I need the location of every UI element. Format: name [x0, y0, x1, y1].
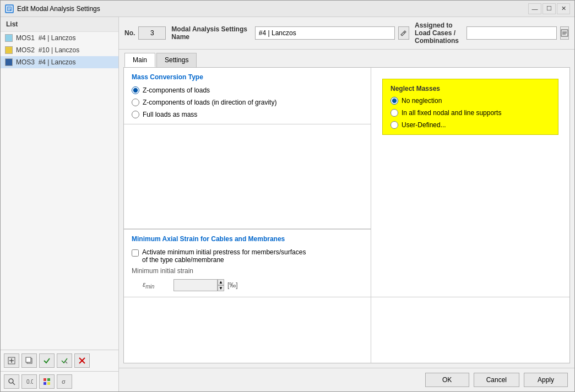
- strain-label: Minimum initial strain: [132, 267, 363, 275]
- cross-check-button[interactable]: [57, 353, 72, 368]
- radio-fixed-supports-label: In all fixed nodal and line supports: [402, 109, 501, 117]
- close-button[interactable]: ✕: [557, 3, 570, 14]
- left-empty-section: [124, 124, 371, 229]
- svg-rect-17: [44, 382, 46, 385]
- assign-input[interactable]: [466, 26, 557, 40]
- edit-name-button[interactable]: [398, 26, 409, 40]
- svg-rect-18: [47, 382, 50, 385]
- check-button[interactable]: [39, 353, 55, 368]
- strain-row: εmin ▲ ▼ [‰]: [132, 279, 363, 291]
- svg-rect-16: [47, 378, 50, 381]
- svg-text:0.0: 0.0: [26, 379, 33, 385]
- apply-button[interactable]: Apply: [524, 373, 568, 387]
- no-field-group: No.: [124, 26, 166, 40]
- right-content: Neglect Masses No neglection In all fixe…: [371, 68, 569, 363]
- left-bottom-strip: [124, 297, 371, 363]
- maximize-button[interactable]: ☐: [543, 3, 556, 14]
- mos2-color-indicator: [5, 46, 13, 54]
- mos1-color-indicator: [5, 34, 13, 42]
- mos3-color-indicator: [5, 58, 13, 66]
- sidebar-header: List: [1, 17, 118, 32]
- svg-line-13: [13, 383, 15, 385]
- value-button[interactable]: 0.0: [21, 374, 37, 389]
- strain-input[interactable]: [173, 279, 218, 291]
- title-bar: Edit Modal Analysis Settings — ☐ ✕: [1, 1, 574, 17]
- e-min-label: εmin: [143, 281, 170, 290]
- copy-item-button[interactable]: [21, 353, 37, 368]
- tabs-row: Main Settings: [119, 50, 574, 67]
- sidebar-bottom-toolbar: 0.0 σ: [1, 371, 118, 391]
- radio-full-loads[interactable]: Full loads as mass: [132, 111, 363, 118]
- strain-decrement-button[interactable]: ▼: [218, 285, 224, 291]
- delete-button[interactable]: [74, 353, 90, 368]
- cables-title: Minimum Axial Strain for Cables and Memb…: [132, 235, 363, 243]
- name-input[interactable]: [255, 26, 395, 40]
- no-input[interactable]: [138, 26, 166, 40]
- assign-button[interactable]: [560, 26, 569, 40]
- tab-settings[interactable]: Settings: [156, 53, 197, 67]
- radio-fixed-supports-input[interactable]: [390, 109, 398, 117]
- activate-checkbox[interactable]: [132, 249, 139, 257]
- radio-z-components[interactable]: Z-components of loads: [132, 86, 363, 94]
- name-field-group: Modal Analysis Settings Name: [171, 25, 409, 41]
- name-label: Modal Analysis Settings Name: [171, 25, 252, 41]
- sigma-button[interactable]: σ: [57, 374, 72, 389]
- cables-section: Minimum Axial Strain for Cables and Memb…: [124, 229, 371, 297]
- mass-conversion-title: Mass Conversion Type: [132, 73, 363, 81]
- color-button[interactable]: [39, 374, 55, 389]
- strain-input-wrapper: ▲ ▼: [173, 279, 224, 291]
- sidebar-item-mos3-label: MOS3 #4 | Lanczos: [16, 58, 76, 66]
- sidebar: List MOS1 #4 | Lanczos MOS2 #10 | Lanczo…: [1, 17, 119, 391]
- search-button[interactable]: [4, 374, 19, 389]
- neglect-wrapper: Neglect Masses No neglection In all fixe…: [371, 68, 569, 146]
- radio-full-loads-input[interactable]: [132, 111, 139, 118]
- left-content: Mass Conversion Type Z-components of loa…: [124, 68, 371, 363]
- right-middle-empty: [371, 146, 569, 297]
- radio-no-neglection-input[interactable]: [390, 97, 398, 105]
- sidebar-item-mos1[interactable]: MOS1 #4 | Lanczos: [1, 32, 118, 44]
- assign-label: Assigned to Load Cases / Combinations: [415, 21, 463, 45]
- sidebar-item-mos3[interactable]: MOS3 #4 | Lanczos: [1, 56, 118, 68]
- radio-no-neglection-label: No neglection: [402, 97, 442, 105]
- add-item-button[interactable]: [4, 353, 19, 368]
- svg-line-9: [65, 361, 67, 363]
- strain-increment-button[interactable]: ▲: [218, 279, 224, 285]
- ok-button[interactable]: OK: [425, 373, 469, 387]
- app-icon: [5, 4, 14, 13]
- radio-z-components-input[interactable]: [132, 86, 139, 94]
- svg-text:σ: σ: [62, 378, 66, 385]
- radio-z-components-label: Z-components of loads: [143, 86, 210, 94]
- sidebar-item-mos1-label: MOS1 #4 | Lanczos: [16, 34, 76, 42]
- right-bottom-strip: [371, 297, 569, 363]
- mass-conversion-section: Mass Conversion Type Z-components of loa…: [124, 68, 371, 124]
- tab-main[interactable]: Main: [124, 53, 155, 67]
- neglect-masses-section: Neglect Masses No neglection In all fixe…: [382, 79, 558, 135]
- mass-conversion-options: Z-components of loads Z-components of lo…: [132, 86, 363, 118]
- assign-field-group: Assigned to Load Cases / Combinations: [415, 21, 569, 45]
- window-title: Edit Modal Analysis Settings: [17, 5, 100, 13]
- minimize-button[interactable]: —: [528, 3, 541, 14]
- svg-line-20: [404, 32, 405, 33]
- neglect-masses-title: Neglect Masses: [390, 85, 550, 92]
- radio-z-gravity-input[interactable]: [132, 99, 139, 106]
- radio-user-defined[interactable]: User-Defined...: [390, 121, 550, 129]
- cancel-button[interactable]: Cancel: [474, 373, 519, 387]
- radio-z-gravity[interactable]: Z-components of loads (in direction of g…: [132, 99, 363, 106]
- radio-fixed-supports[interactable]: In all fixed nodal and line supports: [390, 109, 550, 117]
- svg-point-12: [9, 379, 13, 383]
- svg-rect-15: [44, 378, 46, 381]
- title-bar-buttons: — ☐ ✕: [528, 3, 570, 14]
- radio-user-defined-input[interactable]: [390, 121, 398, 129]
- svg-rect-8: [26, 357, 31, 362]
- radio-full-loads-label: Full loads as mass: [143, 111, 197, 118]
- activate-checkbox-item: Activate minimum initial prestress for m…: [132, 248, 363, 264]
- radio-user-defined-label: User-Defined...: [402, 121, 446, 129]
- no-label: No.: [124, 29, 135, 37]
- activate-checkbox-label: Activate minimum initial prestress for m…: [142, 248, 306, 264]
- sidebar-footer-toolbar: [1, 350, 118, 371]
- bottom-bar: OK Cancel Apply: [119, 368, 574, 391]
- radio-no-neglection[interactable]: No neglection: [390, 97, 550, 105]
- title-bar-left: Edit Modal Analysis Settings: [5, 4, 100, 13]
- radio-z-gravity-label: Z-components of loads (in direction of g…: [143, 99, 276, 106]
- sidebar-item-mos2[interactable]: MOS2 #10 | Lanczos: [1, 44, 118, 56]
